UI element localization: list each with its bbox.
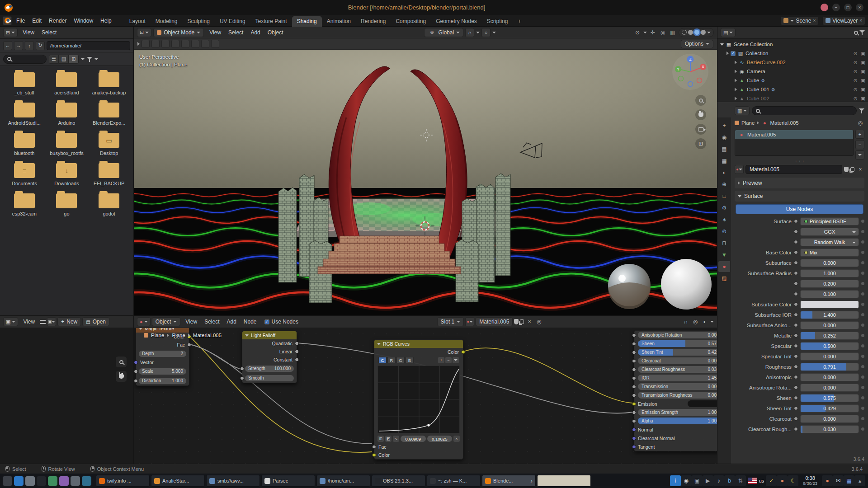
input-socket[interactable]	[632, 436, 636, 440]
node-input-row[interactable]: Emission Emission	[634, 399, 717, 408]
node-value-field[interactable]: Clearcoat Roughness 0.03	[638, 366, 717, 373]
workspace-tab[interactable]: +	[513, 16, 526, 27]
collection-checkbox[interactable]: ✓	[731, 51, 736, 56]
back-button[interactable]: ←	[3, 41, 12, 50]
fake-user-shield-icon[interactable]	[514, 319, 519, 324]
keyframe-decorator-dot[interactable]	[861, 303, 864, 306]
launcher-icon[interactable]	[48, 476, 57, 486]
properties-tab[interactable]: ●	[718, 261, 730, 272]
editor-type-button[interactable]: ●	[137, 317, 151, 326]
folder-item[interactable]: ↓ Downloads	[47, 163, 87, 186]
node-input-row[interactable]: Clearcoat Normal Clearcoat Normal	[634, 434, 717, 442]
folder-item[interactable]: EFI_BACKUP	[89, 163, 129, 186]
snap-dropdown-icon[interactable]	[476, 32, 480, 33]
tray-icon[interactable]: ✓	[766, 475, 777, 486]
menu-item[interactable]: View	[182, 318, 201, 326]
node-value-field[interactable]: IOR 1.45	[638, 375, 717, 381]
input-socket[interactable]	[632, 350, 636, 354]
editor-type-button[interactable]: ▤	[721, 28, 736, 37]
keyboard-flag-icon[interactable]	[748, 478, 757, 484]
tool-option-icon[interactable]	[171, 40, 179, 48]
image-zoom-icon[interactable]	[115, 356, 127, 368]
menu-item[interactable]: Select	[38, 28, 60, 37]
node-principled-bsdf[interactable]: Anisotropic Rotation Anisotropic Rotatio…	[634, 330, 717, 451]
shader-type-dropdown[interactable]: Object	[152, 317, 181, 326]
curve-fit-icon[interactable]: ⊞	[377, 436, 384, 442]
image-canvas[interactable]	[0, 328, 133, 464]
keyframe-decorator-dot[interactable]	[861, 240, 864, 244]
launcher-icon[interactable]	[37, 476, 46, 486]
workspace-tab[interactable]: Shading	[292, 16, 322, 27]
property-field[interactable]: 0.252	[800, 332, 859, 340]
keyframe-decorator-dot[interactable]	[861, 417, 864, 420]
window-button[interactable]: twily.info ... ♪	[96, 475, 150, 487]
input-socket-smooth[interactable]	[240, 376, 244, 380]
overlays-node-icon[interactable]: ◎	[691, 318, 699, 326]
folder-item[interactable]: BlenderExpo...	[89, 103, 129, 126]
preview-section-header[interactable]: Preview	[735, 178, 864, 188]
up-button[interactable]: ↑	[25, 41, 34, 50]
property-field[interactable]: 0.000	[800, 259, 859, 267]
launcher-icon[interactable]	[71, 476, 80, 486]
tray-icon[interactable]: ☾	[788, 475, 798, 486]
tool-option-icon[interactable]	[151, 40, 160, 48]
preview-shader-icon[interactable]: ◐	[701, 318, 709, 326]
minimize-button[interactable]: −	[832, 4, 840, 11]
workspace-tab[interactable]: UV Editing	[215, 16, 250, 27]
channel-button[interactable]: G	[396, 357, 405, 363]
tray-icon[interactable]: ▦	[844, 475, 854, 486]
node-input-row[interactable]: Clearcoat Clearcoat 0.00	[634, 357, 717, 365]
editor-type-button[interactable]: ⊡	[137, 28, 151, 37]
menu-item[interactable]: Select	[201, 318, 223, 326]
hide-eye-icon[interactable]: ⊙	[853, 69, 857, 75]
menu-item[interactable]: Node	[240, 318, 260, 326]
disable-render-icon[interactable]: ▣	[861, 96, 865, 102]
output-socket-fac[interactable]	[187, 343, 191, 347]
editor-type-button[interactable]: ⊞	[3, 28, 18, 37]
input-socket-distortion[interactable]	[134, 379, 138, 383]
curve-control-point[interactable]	[427, 424, 430, 427]
input-socket-strength[interactable]	[240, 366, 244, 371]
tray-icon[interactable]: ✉	[833, 475, 844, 486]
node-value-field[interactable]: Emission Strength 1.00	[638, 409, 717, 416]
window-button[interactable]: OBS 29.1.3... ♪	[372, 475, 425, 487]
folder-item[interactable]: ▭ Desktop	[89, 133, 129, 156]
display-list-horizontal-icon[interactable]: ▤	[59, 55, 69, 64]
visibility-chevron-icon[interactable]	[643, 32, 647, 33]
node-input-row[interactable]: Clearcoat Roughness Clearcoat Roughness …	[634, 365, 717, 374]
input-socket-scale[interactable]	[134, 369, 138, 373]
mode-dropdown[interactable]: Object Mode	[153, 28, 204, 37]
workspace-tab[interactable]: Sculpting	[183, 16, 215, 27]
disclosure-icon[interactable]	[735, 70, 737, 73]
property-field[interactable]: 0.000	[800, 352, 859, 361]
node-input-row[interactable]: Transmission Roughness Transmission Roug…	[634, 391, 717, 399]
shading-material-preview-icon[interactable]	[694, 30, 699, 35]
shading-dropdown-icon[interactable]	[707, 32, 711, 33]
use-nodes-checkbox[interactable]: ✓ Use Nodes	[264, 319, 298, 325]
hide-eye-icon[interactable]: ⊙	[853, 96, 857, 102]
input-socket[interactable]	[632, 376, 636, 380]
image-menu-icon[interactable]	[40, 320, 46, 324]
surface-section-header[interactable]: Surface	[735, 191, 864, 202]
menu-item[interactable]: Help	[97, 17, 115, 25]
delete-point-icon[interactable]: ×	[453, 436, 460, 442]
input-socket-fac[interactable]	[372, 445, 376, 449]
scene-selector[interactable]: Scene ×	[780, 16, 819, 25]
disable-render-icon[interactable]: ▣	[861, 51, 865, 56]
viewport-3d[interactable]: ⊡ Object Mode ViewSelectAddObject ⊕Globa…	[134, 27, 717, 315]
node-input-row[interactable]: Sheen Tint Sheen Tint 0.42	[634, 348, 717, 357]
maximize-button[interactable]: □	[844, 4, 852, 11]
input-socket[interactable]	[632, 333, 636, 337]
open-image-button[interactable]: ▤Open	[82, 317, 109, 326]
properties-tab[interactable]: ▤	[718, 144, 730, 155]
editor-type-button[interactable]: ▥	[735, 106, 750, 115]
proportional-editing-icon[interactable]: ○	[481, 28, 491, 37]
input-socket[interactable]	[632, 419, 636, 423]
tray-icon[interactable]: ⇅	[735, 475, 746, 486]
keyframe-decorator-dot[interactable]	[861, 272, 864, 275]
tray-icon[interactable]: ♪	[713, 475, 724, 486]
shading-wireframe-icon[interactable]	[682, 30, 687, 35]
depth-field[interactable]: Depth2	[139, 351, 186, 357]
node-input-row[interactable]: IOR IOR 1.45	[634, 374, 717, 382]
viewport-pan-icon[interactable]	[695, 109, 706, 120]
